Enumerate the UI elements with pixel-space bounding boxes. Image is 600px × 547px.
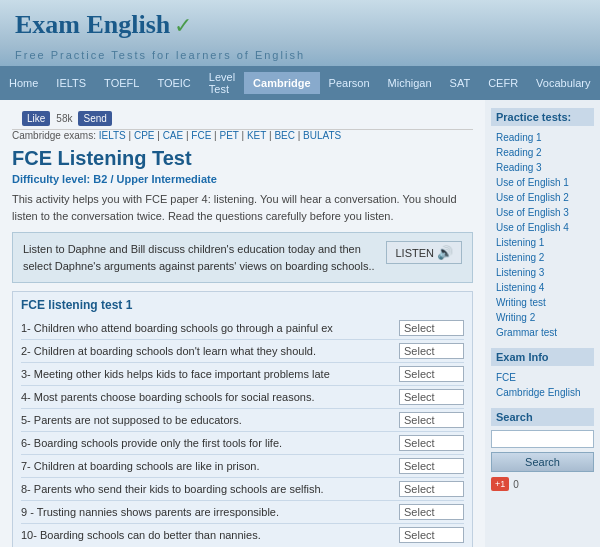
nav-michigan[interactable]: Michigan	[379, 72, 441, 94]
select-wrapper: SelectTrueFalseNot Given	[399, 343, 464, 359]
practice-link[interactable]: Reading 1	[491, 130, 594, 145]
practice-link[interactable]: Listening 2	[491, 250, 594, 265]
social-bar: Like 58k Send	[12, 108, 473, 130]
practice-link[interactable]: Writing test	[491, 295, 594, 310]
answer-select-10[interactable]: SelectTrueFalseNot Given	[399, 527, 464, 543]
select-wrapper: SelectTrueFalseNot Given	[399, 320, 464, 336]
search-section: Search Search +1 0	[491, 408, 594, 491]
test-row: 7- Children at boarding schools are like…	[21, 454, 464, 477]
breadcrumb-fce[interactable]: FCE	[191, 130, 211, 141]
listen-box: LISTEN 🔊 Listen to Daphne and Bill discu…	[12, 232, 473, 283]
exam-info-link[interactable]: Cambridge English	[491, 385, 594, 400]
exam-info-link[interactable]: FCE	[491, 370, 594, 385]
sidebar: Practice tests: Reading 1Reading 2Readin…	[485, 100, 600, 547]
practice-link[interactable]: Use of English 3	[491, 205, 594, 220]
page-title: FCE Listening Test	[12, 147, 473, 170]
difficulty-value: B2 / Upper Intermediate	[93, 173, 216, 185]
nav-cambridge[interactable]: Cambridge	[244, 72, 319, 94]
practice-tests-title: Practice tests:	[491, 108, 594, 126]
nav-home[interactable]: Home	[0, 72, 47, 94]
test-row: 3- Meeting other kids helps kids to face…	[21, 362, 464, 385]
practice-link[interactable]: Reading 3	[491, 160, 594, 175]
test-title: FCE listening test 1	[21, 298, 464, 312]
search-input[interactable]	[491, 430, 594, 448]
gplus-button[interactable]: +1	[491, 477, 509, 491]
nav-cefr[interactable]: CEFR	[479, 72, 527, 94]
breadcrumb-cpe[interactable]: CPE	[134, 130, 155, 141]
breadcrumb: Cambridge exams: IELTS | CPE | CAE | FCE…	[12, 130, 473, 141]
test-row: 6- Boarding schools provide only the fir…	[21, 431, 464, 454]
gplus-count: 0	[513, 479, 519, 490]
practice-link[interactable]: Listening 1	[491, 235, 594, 250]
practice-link[interactable]: Use of English 1	[491, 175, 594, 190]
logo-text: Exam English✓	[15, 10, 192, 40]
question-text: 1- Children who attend boarding schools …	[21, 322, 399, 334]
select-wrapper: SelectTrueFalseNot Given	[399, 527, 464, 543]
answer-select-3[interactable]: SelectTrueFalseNot Given	[399, 366, 464, 382]
question-text: 2- Children at boarding schools don't le…	[21, 345, 399, 357]
answer-select-9[interactable]: SelectTrueFalseNot Given	[399, 504, 464, 520]
question-text: 4- Most parents choose boarding schools …	[21, 391, 399, 403]
like-count: 58k	[56, 113, 72, 124]
question-text: 7- Children at boarding schools are like…	[21, 460, 399, 472]
tagline: Free Practice Tests for learners of Engl…	[0, 46, 600, 66]
question-text: 6- Boarding schools provide only the fir…	[21, 437, 399, 449]
header: Exam English✓	[0, 0, 600, 46]
nav-vocabulary[interactable]: Vocabulary	[527, 72, 599, 94]
test-row: 2- Children at boarding schools don't le…	[21, 339, 464, 362]
question-text: 3- Meeting other kids helps kids to face…	[21, 368, 399, 380]
listen-button[interactable]: LISTEN 🔊	[386, 241, 462, 264]
practice-link[interactable]: Listening 3	[491, 265, 594, 280]
content-area: Like 58k Send Cambridge exams: IELTS | C…	[0, 100, 485, 547]
answer-select-4[interactable]: SelectTrueFalseNot Given	[399, 389, 464, 405]
listen-instruction: Listen to Daphne and Bill discuss childr…	[23, 243, 375, 272]
answer-select-2[interactable]: SelectTrueFalseNot Given	[399, 343, 464, 359]
nav-sat[interactable]: SAT	[441, 72, 480, 94]
test-row: 1- Children who attend boarding schools …	[21, 317, 464, 339]
search-button[interactable]: Search	[491, 452, 594, 472]
select-wrapper: SelectTrueFalseNot Given	[399, 412, 464, 428]
answer-select-8[interactable]: SelectTrueFalseNot Given	[399, 481, 464, 497]
breadcrumb-ielts[interactable]: IELTS	[99, 130, 126, 141]
test-row: 10- Boarding schools can do better than …	[21, 523, 464, 546]
exam-info-title: Exam Info	[491, 348, 594, 366]
nav-toefl[interactable]: TOEFL	[95, 72, 148, 94]
send-button[interactable]: Send	[78, 111, 111, 126]
select-wrapper: SelectTrueFalseNot Given	[399, 435, 464, 451]
practice-link[interactable]: Grammar test	[491, 325, 594, 340]
main-nav: Home IELTS TOEFL TOEIC Level Test Cambri…	[0, 66, 600, 100]
breadcrumb-bec[interactable]: BEC	[274, 130, 295, 141]
nav-ielts[interactable]: IELTS	[47, 72, 95, 94]
breadcrumb-bulats[interactable]: BULATS	[303, 130, 341, 141]
search-title: Search	[491, 408, 594, 426]
question-text: 9 - Trusting nannies shows parents are i…	[21, 506, 399, 518]
practice-link[interactable]: Reading 2	[491, 145, 594, 160]
question-text: 5- Parents are not supposed to be educat…	[21, 414, 399, 426]
practice-link[interactable]: Use of English 2	[491, 190, 594, 205]
facebook-like-button[interactable]: Like	[22, 111, 50, 126]
breadcrumb-ket[interactable]: KET	[247, 130, 266, 141]
select-wrapper: SelectTrueFalseNot Given	[399, 366, 464, 382]
nav-pearson[interactable]: Pearson	[320, 72, 379, 94]
page-description: This activity helps you with FCE paper 4…	[12, 191, 473, 224]
breadcrumb-cae[interactable]: CAE	[163, 130, 184, 141]
practice-link[interactable]: Use of English 4	[491, 220, 594, 235]
answer-select-6[interactable]: SelectTrueFalseNot Given	[399, 435, 464, 451]
exam-info-links: FCECambridge English	[491, 370, 594, 400]
answer-select-1[interactable]: SelectTrueFalseNot Given	[399, 320, 464, 336]
test-row: 9 - Trusting nannies shows parents are i…	[21, 500, 464, 523]
nav-toeic[interactable]: TOEIC	[148, 72, 199, 94]
practice-link[interactable]: Listening 4	[491, 280, 594, 295]
select-wrapper: SelectTrueFalseNot Given	[399, 481, 464, 497]
speaker-icon: 🔊	[437, 245, 453, 260]
exam-info-section: Exam Info FCECambridge English	[491, 348, 594, 400]
practice-link[interactable]: Writing 2	[491, 310, 594, 325]
nav-level-test[interactable]: Level Test	[200, 66, 244, 100]
breadcrumb-pet[interactable]: PET	[220, 130, 239, 141]
test-row: 4- Most parents choose boarding schools …	[21, 385, 464, 408]
question-text: 10- Boarding schools can do better than …	[21, 529, 399, 541]
practice-links: Reading 1Reading 2Reading 3Use of Englis…	[491, 130, 594, 340]
test-row: 5- Parents are not supposed to be educat…	[21, 408, 464, 431]
answer-select-5[interactable]: SelectTrueFalseNot Given	[399, 412, 464, 428]
answer-select-7[interactable]: SelectTrueFalseNot Given	[399, 458, 464, 474]
